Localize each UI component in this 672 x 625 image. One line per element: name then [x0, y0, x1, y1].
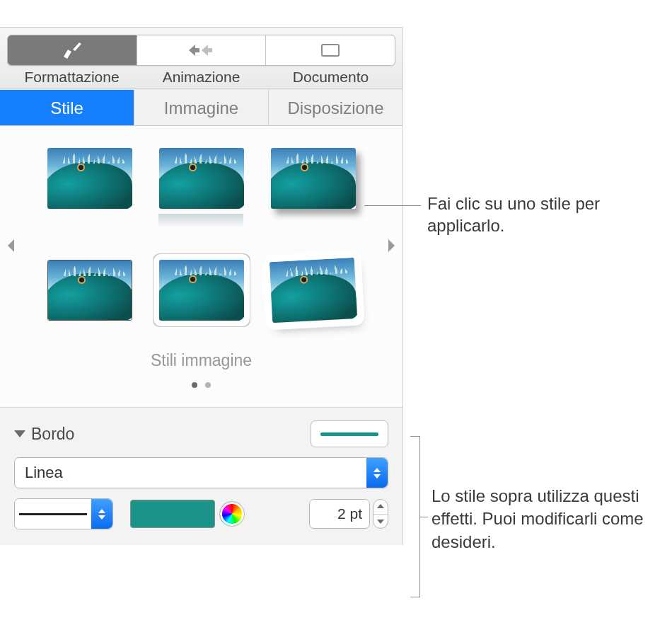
style-thumb-polaroid[interactable]: [265, 253, 361, 328]
border-width-field[interactable]: 2 pt: [309, 499, 370, 529]
pager-dot-1[interactable]: [192, 382, 197, 388]
border-style-preview-button[interactable]: [311, 420, 388, 447]
color-picker-button[interactable]: [219, 501, 245, 527]
segmented-labels: Formattazione Animazione Documento: [7, 69, 395, 86]
animation-icon: [137, 35, 266, 65]
border-width-value: 2 pt: [337, 505, 362, 522]
style-thumb-border[interactable]: [44, 255, 136, 326]
segment-document[interactable]: [266, 35, 395, 65]
inspector-panel: Formattazione Animazione Documento Stile…: [0, 27, 403, 545]
style-thumb-shadow[interactable]: [267, 143, 359, 214]
border-section: Bordo Linea: [0, 408, 402, 545]
style-thumb-frame[interactable]: [156, 255, 248, 326]
border-type-value: Linea: [15, 464, 366, 482]
chevron-left-icon: [6, 238, 16, 253]
style-thumb-reflection[interactable]: [156, 143, 248, 214]
document-icon: [266, 35, 395, 65]
segmented-control: [7, 35, 395, 66]
svg-rect-0: [322, 45, 339, 56]
style-thumb-plain[interactable]: [44, 143, 136, 214]
styles-caption: Stili immagine: [13, 351, 390, 370]
style-thumbnails-grid: [13, 143, 390, 340]
tab-style[interactable]: Stile: [0, 89, 134, 125]
styles-next-button[interactable]: [386, 236, 398, 256]
stepper-down[interactable]: [373, 515, 388, 529]
popup-stepper-icon: [366, 458, 388, 488]
chevron-right-icon: [387, 238, 397, 253]
segment-format[interactable]: [8, 35, 137, 65]
tab-image[interactable]: Immagine: [134, 89, 269, 125]
segment-document-label: Documento: [266, 69, 395, 86]
image-styles-area: Stili immagine: [0, 126, 402, 408]
callout-bracket: [410, 436, 420, 597]
format-tabs: Stile Immagine Disposizione: [0, 89, 402, 126]
stepper-up[interactable]: [373, 500, 388, 515]
line-style-preview: [15, 513, 91, 515]
segment-animation[interactable]: [137, 35, 267, 65]
pager-dot-2[interactable]: [205, 382, 211, 388]
border-preview-line: [320, 432, 378, 436]
styles-prev-button[interactable]: [4, 236, 17, 256]
border-title-label: Bordo: [31, 425, 74, 444]
segment-animation-label: Animazione: [137, 69, 266, 86]
top-segmented-toolbar: Formattazione Animazione Documento: [0, 28, 402, 89]
callout-text-bottom: Lo stile sopra utilizza questi effetti. …: [431, 485, 668, 554]
border-type-popup[interactable]: Linea: [14, 457, 388, 488]
brush-icon: [8, 35, 137, 65]
callout-text-top: Fai clic su uno stile per applicarlo.: [427, 193, 661, 236]
border-color-well[interactable]: [130, 500, 215, 528]
popup-stepper-icon: [91, 499, 112, 529]
line-style-popup[interactable]: [14, 498, 113, 529]
pager-dots: [13, 376, 390, 391]
disclosure-triangle-icon: [14, 430, 25, 437]
segment-format-label: Formattazione: [7, 69, 137, 86]
tab-layout[interactable]: Disposizione: [269, 89, 402, 125]
callout-line-top: [364, 205, 421, 206]
border-header[interactable]: Bordo: [14, 425, 74, 444]
border-width-stepper[interactable]: [373, 499, 388, 529]
